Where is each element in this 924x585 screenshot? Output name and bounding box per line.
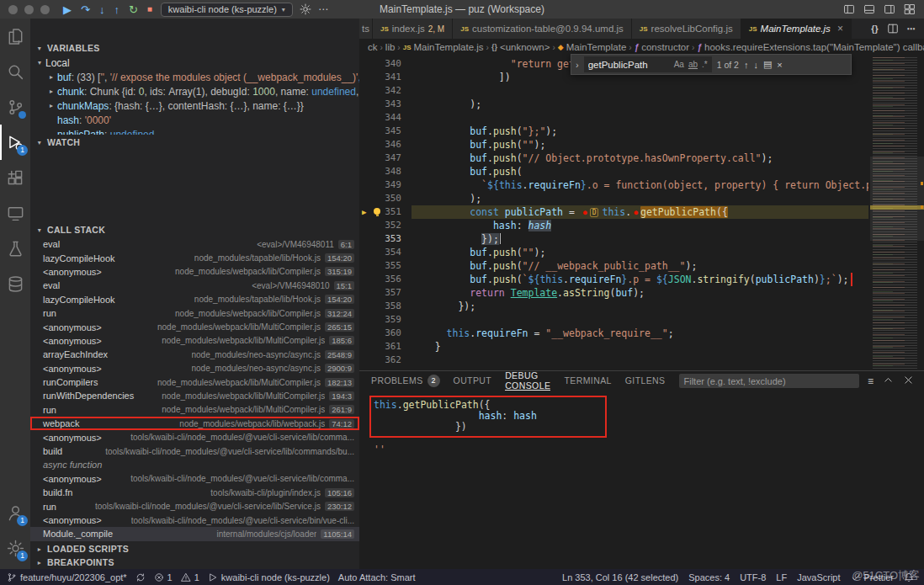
gutter[interactable]: 342 — [359, 84, 412, 98]
tab-index.js[interactable]: JSindex.js2, M — [373, 19, 453, 39]
loaded-scripts-section-header[interactable]: ▸ LOADED SCRIPTS — [30, 542, 359, 556]
lightbulb-icon[interactable] — [374, 208, 380, 215]
call-stack-frame[interactable]: runCompilersnode_modules/webpack/lib/Mul… — [30, 375, 359, 389]
gutter[interactable]: 350 — [359, 192, 412, 205]
watch-section-header[interactable]: ▾ WATCH — [30, 135, 359, 150]
code-editor[interactable]: 340 "return getter341 ])342343 );344345 … — [359, 56, 924, 370]
activity-item-remote[interactable] — [0, 195, 30, 231]
gutter[interactable]: 355 — [359, 259, 412, 273]
status-cursor-position[interactable]: Ln 353, Col 16 (42 selected) — [562, 572, 678, 582]
breakpoints-section-header[interactable]: ▸ BREAKPOINTS — [30, 556, 359, 569]
code-text[interactable]: `${this.requireFn}.o = function(object, … — [412, 178, 868, 192]
gutter[interactable]: 349 — [359, 178, 412, 192]
code-line-347[interactable]: 347 buf.push("// Object.prototype.hasOwn… — [359, 152, 924, 165]
layout-panel-icon[interactable] — [863, 3, 875, 15]
call-stack-frame[interactable]: lazyCompileHooknode_modules/tapable/lib/… — [30, 293, 359, 306]
layout-grid-icon[interactable] — [904, 3, 916, 15]
variable-row-hash[interactable]: hash: '0000' — [30, 113, 359, 127]
code-line-362[interactable]: 362 — [359, 354, 924, 367]
panel-tab-terminal[interactable]: TERMINAL — [564, 371, 611, 391]
code-text[interactable]: }); — [412, 300, 868, 313]
variables-section-header[interactable]: ▾ VARIABLES — [30, 40, 359, 56]
gutter[interactable]: 362 — [359, 354, 412, 367]
code-line-357[interactable]: 357 return Template.asString(buf); — [359, 286, 924, 300]
code-text[interactable] — [412, 84, 868, 98]
layout-right-icon[interactable] — [884, 3, 895, 15]
minimap-slider[interactable] — [870, 157, 924, 241]
code-text[interactable] — [412, 313, 868, 327]
status-indentation[interactable]: Spaces: 4 — [688, 572, 730, 582]
code-line-345[interactable]: 345 buf.push("};"); — [359, 125, 924, 138]
breadcrumb-item[interactable]: lib — [385, 42, 396, 52]
breadcrumb-item[interactable]: JSMainTemplate.js — [403, 42, 484, 52]
code-text[interactable]: const publicPath = ●Dthis.●getPublicPath… — [412, 205, 868, 219]
match-case-icon[interactable]: Aa — [674, 60, 684, 69]
continue-button[interactable]: ▶ — [63, 4, 72, 15]
code-line-344[interactable]: 344 — [359, 111, 924, 125]
call-stack-frame[interactable]: build.fntools/kwaibi-cli/plugin/index.js… — [30, 486, 359, 499]
code-line-348[interactable]: 348 buf.push( — [359, 165, 924, 178]
status-branch[interactable]: feature/huyu/202306_opt* — [7, 572, 127, 582]
gutter[interactable]: 344 — [359, 111, 412, 125]
find-in-selection-icon[interactable]: ▤ — [763, 59, 772, 70]
close-icon[interactable]: × — [837, 23, 843, 35]
gutter[interactable]: 354 — [359, 246, 412, 259]
activity-item-accounts[interactable]: 1 — [0, 495, 30, 530]
code-text[interactable]: }); — [412, 232, 868, 246]
code-text[interactable]: return Template.asString(buf); — [412, 286, 868, 300]
step-into-button[interactable]: ↓ — [99, 4, 105, 15]
call-stack-frame[interactable]: buildtools/kwaibi-cli/node_modules/@vue/… — [30, 444, 359, 458]
code-line-343[interactable]: 343 ); — [359, 98, 924, 111]
call-stack-frame[interactable]: <anonymous>tools/kwaibi-cli/node_modules… — [30, 472, 359, 486]
code-line-358[interactable]: 358 }); — [359, 300, 924, 313]
call-stack-frame[interactable]: <anonymous>node_modules/webpack/lib/Comp… — [30, 265, 359, 279]
breadcrumb-item[interactable]: ck — [368, 42, 378, 52]
code-text[interactable]: ); — [412, 98, 868, 111]
code-text[interactable]: hash: hash — [412, 219, 868, 232]
call-stack-frame[interactable]: async function — [30, 458, 359, 471]
activity-item-explorer[interactable] — [0, 19, 30, 54]
close-window-icon[interactable] — [8, 5, 18, 14]
panel-tab-debug-console[interactable]: DEBUG CONSOLE — [505, 371, 550, 391]
more-icon[interactable]: ⋯ — [907, 24, 916, 34]
code-text[interactable]: ); — [412, 192, 868, 205]
activity-item-run-debug[interactable]: 1 — [0, 125, 30, 160]
activity-item-extensions[interactable] — [0, 160, 30, 195]
activity-item-test[interactable] — [0, 231, 30, 266]
code-text[interactable]: buf.push(""); — [412, 138, 868, 152]
call-stack-frame[interactable]: runtools/kwaibi-cli/node_modules/@vue/cl… — [30, 499, 359, 513]
status-debug-target[interactable]: kwaibi-cli node (ks-puzzle) — [208, 572, 330, 582]
close-panel-icon[interactable] — [903, 375, 914, 388]
gutter[interactable]: 357 — [359, 286, 412, 300]
status-sync[interactable] — [135, 572, 146, 582]
call-stack-frame[interactable]: eval<eval>/VM4694801015:1 — [30, 279, 359, 292]
breadcrumb-item[interactable]: ƒhooks.requireExtensions.tap("MainTempla… — [697, 42, 924, 52]
more-actions-icon[interactable]: ⋯ — [318, 3, 328, 15]
activity-item-settings[interactable]: 1 — [0, 530, 30, 566]
variable-row-chunkMaps[interactable]: ▸chunkMaps: {hash: {…}, contentHash: {…}… — [30, 98, 359, 113]
code-line-359[interactable]: 359 — [359, 313, 924, 327]
code-text[interactable] — [412, 111, 868, 125]
panel-tab-output[interactable]: OUTPUT — [454, 371, 492, 391]
call-stack-frame[interactable]: runnode_modules/webpack/lib/MultiCompile… — [30, 403, 359, 417]
code-text[interactable]: } — [412, 340, 868, 354]
stop-button[interactable]: ■ — [147, 5, 152, 13]
code-text[interactable] — [412, 354, 868, 367]
status-language[interactable]: JavaScript — [797, 572, 840, 582]
console-filter-input[interactable]: Filter (e.g. text, !exclude) — [679, 374, 859, 388]
gear-icon[interactable] — [300, 3, 311, 15]
panel-tab-gitlens[interactable]: GITLENS — [625, 371, 666, 391]
whole-word-icon[interactable]: ab — [688, 60, 698, 69]
zoom-window-icon[interactable] — [40, 5, 50, 14]
breadcrumb-item[interactable]: ◆MainTemplate — [558, 42, 627, 52]
status-encoding[interactable]: UTF-8 — [740, 572, 766, 582]
minimize-window-icon[interactable] — [24, 5, 34, 14]
code-line-352[interactable]: 352 hash: hash — [359, 219, 924, 232]
code-line-346[interactable]: 346 buf.push(""); — [359, 138, 924, 152]
call-stack-frame[interactable]: webpacknode_modules/webpack/lib/webpack.… — [30, 417, 359, 430]
code-line-351[interactable]: ▶351 const publicPath = ●Dthis.●getPubli… — [359, 205, 924, 219]
split-editor-icon[interactable] — [887, 23, 899, 35]
tab-resolveLibConfig.js[interactable]: JSresolveLibConfig.js — [632, 19, 741, 39]
gutter[interactable]: 361 — [359, 340, 412, 354]
call-stack-frame[interactable]: <anonymous>node_modules/neo-async/async.… — [30, 362, 359, 375]
